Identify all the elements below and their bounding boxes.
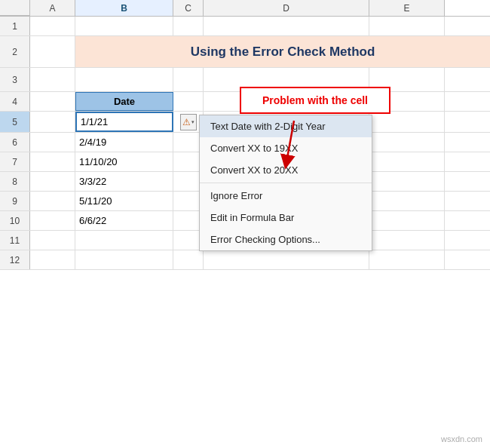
cell-6b[interactable]: 2/4/19: [75, 133, 173, 152]
cell-3a[interactable]: [30, 68, 75, 91]
menu-item-convert-19[interactable]: Convert XX to 19XX: [200, 137, 372, 159]
col-header-b[interactable]: B: [75, 0, 173, 16]
cell-1c[interactable]: [173, 17, 204, 35]
error-dropdown-menu: Text Date with 2-Digit Year Convert XX t…: [199, 115, 372, 251]
cell-10a[interactable]: [30, 211, 75, 230]
cell-8b[interactable]: 3/3/22: [75, 172, 173, 191]
dropdown-arrow-icon: ▾: [191, 119, 194, 125]
cell-7b[interactable]: 11/10/20: [75, 152, 173, 171]
row-num-3: 3: [0, 68, 30, 91]
spreadsheet: A B C D E 1 2 Using the Error Check Meth…: [0, 0, 490, 448]
menu-item-error-checking[interactable]: Error Checking Options...: [200, 229, 372, 250]
cell-5b[interactable]: 1/1/21: [75, 112, 173, 132]
row-num-4: 4: [0, 92, 30, 111]
cell-6e[interactable]: [369, 133, 445, 152]
cell-3c[interactable]: [173, 68, 204, 91]
watermark: wsxdn.com: [441, 434, 482, 443]
warning-icon: ⚠: [182, 117, 191, 127]
row-num-8: 8: [0, 172, 30, 191]
date-column-header: Date: [75, 92, 173, 111]
col-header-e[interactable]: E: [369, 0, 445, 16]
col-header-c[interactable]: C: [173, 0, 204, 16]
row-num-11: 11: [0, 231, 30, 250]
cell-9e[interactable]: [369, 192, 445, 210]
table-row: 12: [0, 250, 490, 270]
row-num-2: 2: [0, 36, 30, 67]
cell-8a[interactable]: [30, 172, 75, 191]
cell-1d[interactable]: [204, 17, 369, 35]
corner-cell: [0, 0, 30, 16]
annotation-box: Problem with the cell: [240, 87, 390, 114]
row-num-9: 9: [0, 192, 30, 210]
row-num-6: 6: [0, 133, 30, 152]
row-num-10: 10: [0, 211, 30, 230]
cell-6a[interactable]: [30, 133, 75, 152]
cell-1b[interactable]: [75, 17, 173, 35]
col-header-row: A B C D E: [0, 0, 490, 17]
cell-10e[interactable]: [369, 211, 445, 230]
cell-12e[interactable]: [369, 250, 445, 269]
cell-1e[interactable]: [369, 17, 445, 35]
cell-7a[interactable]: [30, 152, 75, 171]
cell-8e[interactable]: [369, 172, 445, 191]
spreadsheet-title: Using the Error Check Method: [75, 36, 490, 67]
cell-3b[interactable]: [75, 68, 173, 91]
cell-11b[interactable]: [75, 231, 173, 250]
row-num-12: 12: [0, 250, 30, 269]
cell-1a[interactable]: [30, 17, 75, 35]
cell-11a[interactable]: [30, 231, 75, 250]
table-row: 1: [0, 17, 490, 36]
annotation-text: Problem with the cell: [262, 94, 368, 106]
cell-7e[interactable]: [369, 152, 445, 171]
menu-item-convert-20[interactable]: Convert XX to 20XX: [200, 159, 372, 181]
cell-5a[interactable]: [30, 112, 75, 132]
cell-4a[interactable]: [30, 92, 75, 111]
cell-4c[interactable]: [173, 92, 204, 111]
cell-12a[interactable]: [30, 250, 75, 269]
cell-2a[interactable]: [30, 36, 75, 67]
cell-12d[interactable]: [204, 250, 369, 269]
cell-9a[interactable]: [30, 192, 75, 210]
cell-12c[interactable]: [173, 250, 204, 269]
error-check-button[interactable]: ⚠ ▾: [180, 114, 197, 130]
col-header-a[interactable]: A: [30, 0, 75, 16]
cell-9b[interactable]: 5/11/20: [75, 192, 173, 210]
row-num-7: 7: [0, 152, 30, 171]
cell-12b[interactable]: [75, 250, 173, 269]
cell-5e[interactable]: [369, 112, 445, 132]
cell-10b[interactable]: 6/6/22: [75, 211, 173, 230]
row-num-1: 1: [0, 17, 30, 35]
menu-item-ignore-error[interactable]: Ignore Error: [200, 185, 372, 207]
menu-item-edit-formula[interactable]: Edit in Formula Bar: [200, 207, 372, 229]
menu-item-text-date[interactable]: Text Date with 2-Digit Year: [200, 115, 372, 137]
title-row: 2 Using the Error Check Method: [0, 36, 490, 68]
cell-11e[interactable]: [369, 231, 445, 250]
col-header-d[interactable]: D: [204, 0, 369, 16]
menu-divider: [200, 183, 372, 183]
row-num-5: 5: [0, 112, 30, 132]
